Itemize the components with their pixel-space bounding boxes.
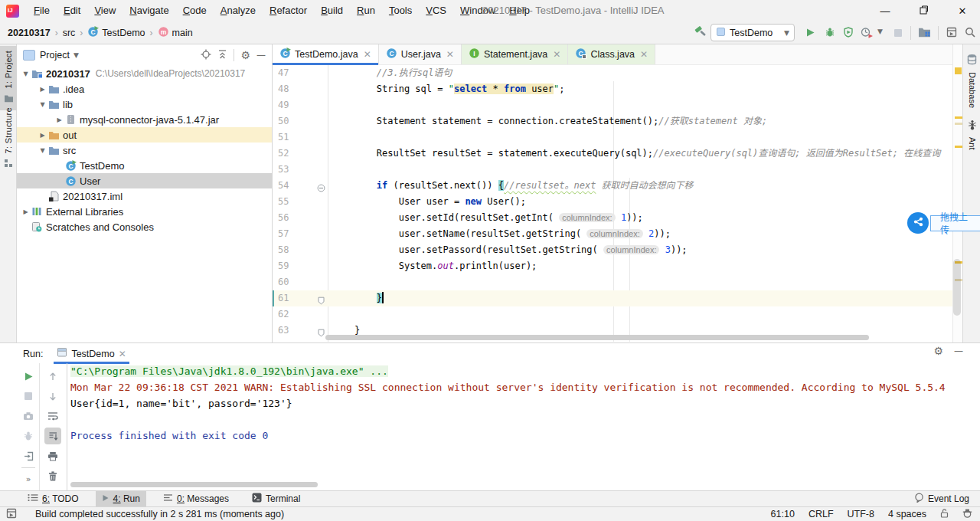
run-tab[interactable]: TestDemo ✕ (54, 343, 129, 364)
line-number[interactable]: 64 (278, 339, 301, 342)
exit-button[interactable] (20, 447, 37, 464)
menu-tools[interactable]: Tools (382, 0, 419, 21)
breadcrumb-item-src[interactable]: src (63, 28, 76, 38)
tree-item-20210317[interactable]: ▼20210317C:\Users\dell\IdeaProjects\2021… (17, 66, 272, 81)
stop-button[interactable] (20, 388, 37, 405)
breadcrumb-item-20210317[interactable]: 20210317 (8, 28, 51, 38)
search-everywhere-button[interactable] (962, 24, 978, 41)
tool-button-database[interactable]: Database (963, 49, 980, 113)
editor-horizontal-scrollbar[interactable] (325, 335, 869, 340)
tool-button-ant[interactable]: Ant (963, 115, 980, 155)
line-number[interactable]: 59 (278, 258, 301, 274)
chevron-down-icon[interactable]: ▼ (38, 101, 47, 108)
line-number[interactable]: 54 (278, 178, 301, 194)
close-button[interactable]: ✕ (945, 0, 980, 21)
code-area[interactable]: 47 //3.执行sql语句48 String sql = "select * … (273, 65, 952, 342)
close-icon[interactable]: ✕ (119, 349, 126, 359)
lock-icon[interactable] (940, 508, 949, 520)
fold-marker-icon[interactable] (317, 326, 325, 335)
hide-panel-button[interactable]: — (954, 346, 963, 356)
editor-vertical-scrollbar[interactable] (953, 259, 961, 316)
chevron-right-icon[interactable]: ▶ (21, 208, 30, 215)
tree-item-user[interactable]: CUser (17, 173, 272, 188)
coverage-button[interactable] (840, 24, 857, 41)
run-config-select[interactable]: TestDemo ▼ (710, 24, 795, 41)
chevron-right-icon[interactable]: ▶ (38, 86, 47, 93)
menu-navigate[interactable]: Navigate (122, 0, 175, 21)
tree-item-external-libraries[interactable]: ▶External Libraries (17, 204, 272, 219)
console-output[interactable]: "C:\Program Files\Java\jdk1.8.0_192\bin\… (70, 363, 980, 478)
collapse-all-button[interactable] (217, 49, 227, 61)
close-icon[interactable]: ✕ (446, 49, 454, 60)
close-icon[interactable]: ✕ (364, 49, 371, 60)
line-number[interactable]: 47 (278, 65, 301, 81)
project-structure-button[interactable] (916, 24, 933, 41)
debug-button[interactable] (822, 24, 838, 41)
print-button[interactable] (44, 447, 61, 464)
caret-position-widget[interactable]: 61:10 (771, 509, 795, 519)
hide-panel-button[interactable]: — (256, 50, 266, 61)
tree-item-lib[interactable]: ▼lib (17, 97, 272, 112)
tab-user-java[interactable]: CUser.java✕ (379, 44, 462, 64)
event-log-button[interactable]: Event Log (914, 490, 969, 506)
breadcrumb-item-main[interactable]: mmain (158, 26, 193, 40)
line-number[interactable]: 63 (278, 323, 301, 339)
rerun-button[interactable] (20, 368, 37, 385)
gear-icon[interactable]: ⚙ (240, 49, 250, 61)
line-number[interactable]: 60 (278, 274, 301, 290)
up-stack-trace-button[interactable] (44, 368, 61, 385)
line-number[interactable]: 50 (278, 113, 301, 129)
line-number[interactable]: 53 (278, 162, 301, 178)
menu-edit[interactable]: Edit (57, 0, 87, 21)
stop-button[interactable] (890, 25, 906, 41)
share-icon[interactable] (907, 212, 929, 234)
line-number[interactable]: 61 (278, 290, 301, 306)
warning-mark[interactable] (955, 67, 962, 74)
build-button[interactable] (691, 24, 708, 41)
tool-windows-icon[interactable] (6, 508, 17, 521)
menu-build[interactable]: Build (314, 0, 350, 21)
tree-item-src[interactable]: ▼src (17, 143, 272, 158)
tree-item-mysql-connector-java-5-1-47-jar[interactable]: ▶mysql-connector-java-5.1.47.jar (17, 112, 272, 127)
locate-file-button[interactable] (201, 49, 211, 62)
chevron-down-icon[interactable]: ▼ (74, 51, 79, 59)
line-number[interactable]: 55 (278, 194, 301, 210)
line-number[interactable]: 52 (278, 146, 301, 162)
run-button[interactable] (802, 24, 818, 41)
line-number[interactable]: 56 (278, 210, 301, 226)
menu-run[interactable]: Run (350, 0, 382, 21)
tab-statement-java[interactable]: IStatement.java✕ (462, 44, 568, 64)
menu-view[interactable]: View (87, 0, 122, 21)
tree-item-20210317-iml[interactable]: 20210317.iml (17, 188, 272, 204)
line-separator-widget[interactable]: CRLF (808, 509, 834, 519)
tab-testdemo-java[interactable]: CTestDemo.java✕ (273, 44, 379, 64)
encoding-widget[interactable]: UTF-8 (848, 509, 874, 519)
menu-file[interactable]: File (27, 0, 57, 21)
tool-button-0-messages[interactable]: 0: Messages (157, 491, 235, 507)
editor[interactable]: CTestDemo.java✕CUser.java✕IStatement.jav… (272, 44, 952, 342)
line-number[interactable]: 48 (278, 81, 301, 97)
tool-button-4-run[interactable]: 4: Run (96, 491, 146, 507)
tool-button-terminal[interactable]: Terminal (246, 491, 306, 507)
menu-vcs[interactable]: VCS (419, 0, 453, 21)
soft-wrap-button[interactable] (44, 408, 61, 424)
console-horizontal-scrollbar[interactable] (70, 482, 318, 487)
line-number[interactable]: 57 (278, 226, 301, 242)
more-actions-button[interactable]: » (20, 470, 37, 487)
down-stack-trace-button[interactable] (44, 388, 61, 405)
minimize-button[interactable]: — (867, 0, 903, 21)
line-number[interactable]: 58 (278, 242, 301, 258)
chevron-right-icon[interactable]: ▶ (38, 132, 47, 139)
tree-item-testdemo[interactable]: CTestDemo (17, 158, 272, 173)
restore-button[interactable] (906, 0, 942, 21)
fold-marker-icon[interactable] (317, 182, 325, 190)
line-number[interactable]: 62 (278, 306, 301, 323)
fold-marker-icon[interactable] (317, 294, 325, 303)
chevron-down-icon[interactable]: ▼ (21, 70, 30, 77)
tree-item-scratches-and-consoles[interactable]: Scratches and Consoles (17, 219, 272, 234)
scroll-to-end-button[interactable] (44, 428, 61, 444)
tool-button-6-todo[interactable]: 6: TODO (21, 491, 85, 507)
gear-icon[interactable]: ⚙ (933, 345, 943, 357)
tree-item--idea[interactable]: ▶.idea (17, 81, 272, 97)
chevron-right-icon[interactable]: ▶ (55, 116, 64, 123)
